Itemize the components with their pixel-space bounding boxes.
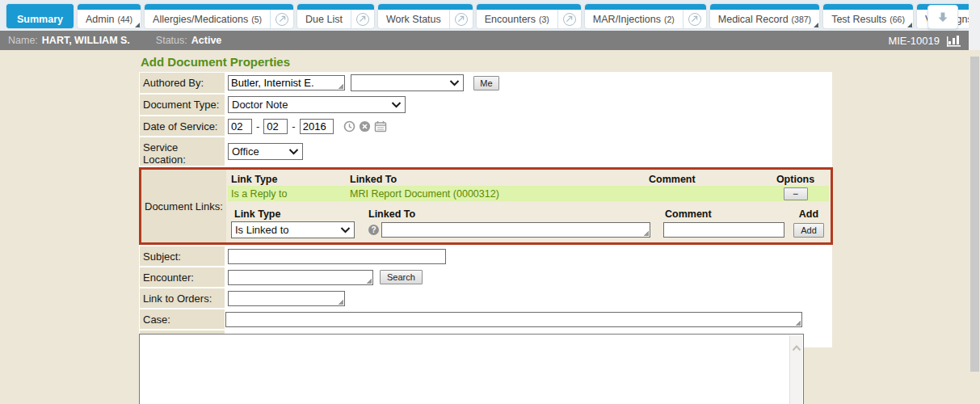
tab-popout-button[interactable] xyxy=(449,10,473,28)
tab-label: Summary xyxy=(17,14,63,25)
time-clock-icon[interactable] xyxy=(343,120,355,133)
tab-test-results[interactable]: Test Results(66) xyxy=(823,4,913,28)
case-input[interactable] xyxy=(225,312,802,327)
page-scrollbar[interactable] xyxy=(969,0,980,404)
service-location-select[interactable]: Office xyxy=(228,143,303,160)
tab-top-accent xyxy=(297,4,374,10)
encounter-search-button[interactable]: Search xyxy=(380,270,423,284)
textarea-scrollbar[interactable] xyxy=(789,335,802,404)
tab-summary[interactable]: Summary xyxy=(6,4,74,28)
tab-list: SummaryAdmin(44)Allergies/Medications(5)… xyxy=(0,0,969,28)
scrollbar-thumb[interactable] xyxy=(970,57,979,372)
tab-popout-button[interactable] xyxy=(557,10,581,28)
tab-popout-button[interactable] xyxy=(270,10,293,28)
links-header-link-type: Link Type xyxy=(228,174,350,185)
patient-name-value: HART, WILLIAM S. xyxy=(42,35,130,46)
tab-dropdown-corner-icon xyxy=(814,23,818,27)
patient-banner: Name: HART, WILLIAM S. Status: Active MI… xyxy=(0,31,969,50)
popout-arrow-icon xyxy=(279,15,286,23)
date-day-input[interactable] xyxy=(263,119,288,134)
remove-link-button[interactable]: − xyxy=(784,187,808,200)
tab-label: Allergies/Medications xyxy=(153,14,248,25)
tab-count: (66) xyxy=(890,15,905,24)
tab-label: MAR/Injections xyxy=(593,14,661,25)
chevron-down-icon xyxy=(340,227,351,234)
add-link-button[interactable]: Add xyxy=(793,223,824,238)
links-header-comment: Comment xyxy=(649,174,762,185)
tab-top-accent xyxy=(710,4,819,10)
service-location-select-value: Office xyxy=(232,145,259,158)
row-date-of-service: Date of Service: - - xyxy=(140,116,831,136)
scroll-up-icon[interactable] xyxy=(792,345,801,351)
new-link-header-linked-to: Linked To xyxy=(368,208,659,220)
tab-dropdown-corner-icon xyxy=(135,23,140,27)
tab-label: Admin xyxy=(86,14,114,25)
bar-chart-icon[interactable] xyxy=(946,34,962,47)
service-location-label: Service Location: xyxy=(140,137,225,166)
encounter-input[interactable] xyxy=(228,270,373,285)
form-table: Authored By: Me Document Type: Doctor No… xyxy=(139,72,832,347)
subject-label: Subject: xyxy=(140,246,225,266)
patient-name-label: Name: xyxy=(8,35,38,46)
link-type-value: Is a Reply to xyxy=(228,188,350,200)
document-body-textarea[interactable] xyxy=(139,334,804,404)
document-link-row: Is a Reply to MRI Report Document (00003… xyxy=(228,186,829,201)
authored-by-input[interactable] xyxy=(228,75,345,90)
authored-by-label: Authored By: xyxy=(140,73,225,93)
row-link-to-orders: Link to Orders: xyxy=(140,288,831,308)
patient-status-label: Status: xyxy=(156,35,187,46)
tab-mar-injections[interactable]: MAR/Injections(2) xyxy=(585,4,706,28)
tab-top-accent xyxy=(378,4,473,10)
tab-admin[interactable]: Admin(44) xyxy=(78,4,141,28)
patient-status-value: Active xyxy=(191,35,222,46)
help-icon[interactable]: ? xyxy=(368,225,379,235)
document-type-select[interactable]: Doctor Note xyxy=(228,96,406,113)
new-link-type-select-value: Is Linked to xyxy=(235,224,289,236)
popout-arrow-icon xyxy=(691,15,698,23)
popout-icon xyxy=(356,13,369,26)
links-table-header: Link Type Linked To Comment Options xyxy=(228,172,829,186)
tab-popout-button[interactable] xyxy=(351,10,374,28)
tab-work-status[interactable]: Work Status xyxy=(378,4,473,28)
tab-label: Encounters xyxy=(485,14,536,25)
tab-label: Work Status xyxy=(386,14,441,25)
calendar-icon[interactable] xyxy=(374,120,387,133)
row-case: Case: xyxy=(140,309,831,329)
popout-icon xyxy=(563,13,576,26)
links-header-options: Options xyxy=(762,174,829,185)
document-type-select-value: Doctor Note xyxy=(232,99,288,111)
tab-encounters[interactable]: Encounters(3) xyxy=(477,4,581,28)
document-links-label: Document Links: xyxy=(141,170,226,242)
chart-tab-bar: SummaryAdmin(44)Allergies/Medications(5)… xyxy=(0,0,969,31)
new-linked-to-input[interactable] xyxy=(381,222,650,238)
popout-icon xyxy=(275,13,288,26)
me-button[interactable]: Me xyxy=(473,76,499,90)
new-link-comment-input[interactable] xyxy=(663,222,784,238)
row-service-location: Service Location: Office xyxy=(140,137,831,166)
subject-input[interactable] xyxy=(228,249,446,264)
tab-label: Medical Record xyxy=(718,14,789,25)
tab-allergies-medications[interactable]: Allergies/Medications(5) xyxy=(145,4,293,28)
tab-count: (3) xyxy=(539,15,549,24)
tab-medical-record[interactable]: Medical Record(387) xyxy=(710,4,819,28)
popout-icon xyxy=(688,13,701,26)
new-link-type-select[interactable]: Is Linked to xyxy=(231,221,355,238)
page-title: Add Document Properties xyxy=(139,53,832,72)
tab-count: (387) xyxy=(792,15,812,24)
new-link-header-comment: Comment xyxy=(659,208,789,220)
clear-date-icon[interactable] xyxy=(359,120,371,133)
row-subject: Subject: xyxy=(140,246,831,266)
tab-dropdown-corner-icon xyxy=(907,23,912,27)
row-encounter: Encounter: Search xyxy=(140,267,831,287)
link-to-orders-input[interactable] xyxy=(228,291,345,306)
authored-by-select[interactable] xyxy=(351,74,464,91)
add-document-form: Add Document Properties Authored By: Me … xyxy=(139,53,832,347)
more-tabs-button[interactable] xyxy=(927,5,958,29)
tab-due-list[interactable]: Due List xyxy=(297,4,374,28)
date-month-input[interactable] xyxy=(228,119,252,134)
tab-popout-button[interactable] xyxy=(683,10,706,28)
chevron-down-icon xyxy=(449,80,460,86)
chart-id: MIE-10019 xyxy=(888,35,940,47)
chevron-down-icon xyxy=(288,149,299,155)
date-year-input[interactable] xyxy=(300,119,334,134)
